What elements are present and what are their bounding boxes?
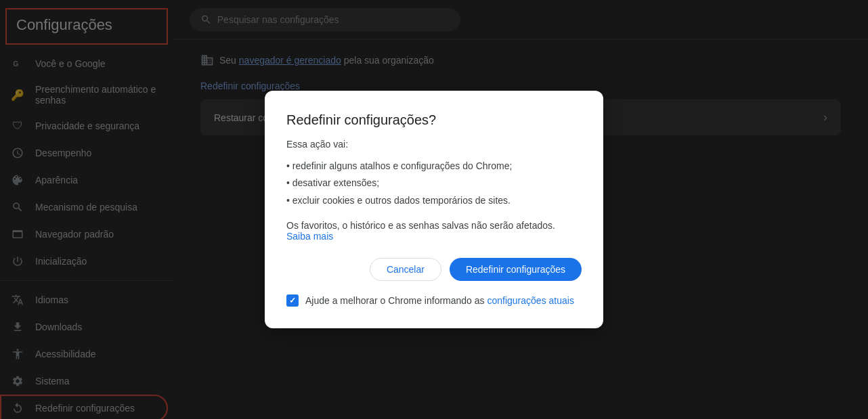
saiba-mais-link[interactable]: Saiba mais (286, 231, 333, 242)
dialog-list: • redefinir alguns atalhos e configuraçõ… (286, 158, 582, 209)
dialog-note: Os favoritos, o histórico e as senhas sa… (286, 220, 582, 242)
dialog-list-item-2: • desativar extensões; (286, 175, 582, 192)
footer-link[interactable]: configurações atuais (487, 295, 573, 306)
dialog-list-item-1: • redefinir alguns atalhos e configuraçõ… (286, 158, 582, 175)
dialog-footer: Ajude a melhorar o Chrome informando as … (286, 294, 582, 307)
improve-chrome-checkbox[interactable] (286, 294, 299, 307)
dialog-footer-text: Ajude a melhorar o Chrome informando as … (305, 295, 574, 306)
dialog-note-text: Os favoritos, o histórico e as senhas sa… (286, 220, 555, 231)
reset-dialog: Redefinir configurações? Essa ação vai: … (265, 91, 603, 328)
cancel-button[interactable]: Cancelar (370, 258, 441, 281)
dialog-actions: Cancelar Redefinir configurações (286, 258, 582, 281)
dialog-title: Redefinir configurações? (286, 112, 582, 128)
footer-text-before: Ajude a melhorar o Chrome informando as (305, 295, 485, 306)
reset-button[interactable]: Redefinir configurações (450, 258, 582, 281)
modal-overlay: Redefinir configurações? Essa ação vai: … (0, 0, 868, 419)
dialog-subtitle: Essa ação vai: (286, 139, 582, 150)
dialog-list-item-3: • excluir cookies e outros dados temporá… (286, 192, 582, 209)
